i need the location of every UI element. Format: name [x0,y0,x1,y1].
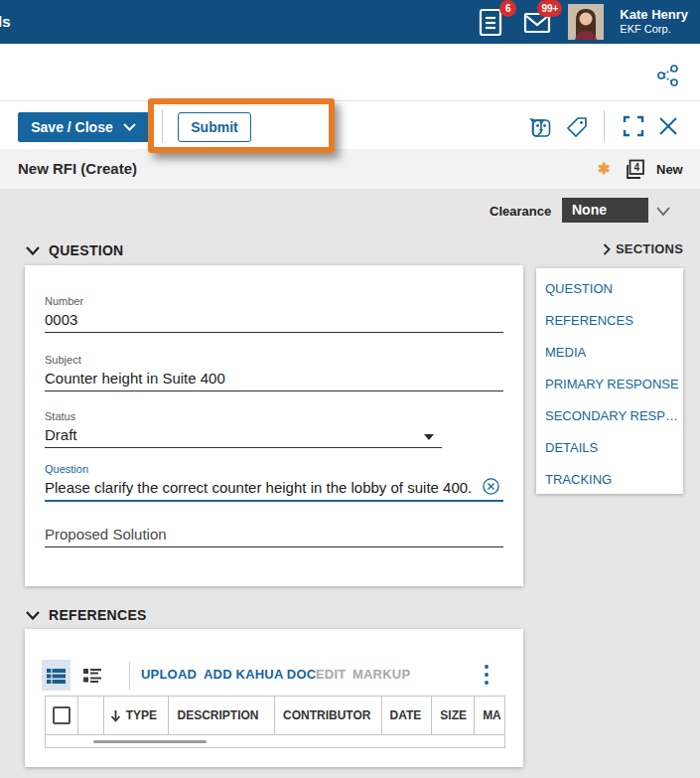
top-header-bar: ls 6 99+ Kate Henry EKF Corp. [0,0,700,44]
save-close-label: Save / Close [31,119,113,135]
proposed-solution-field[interactable]: Proposed Solution [45,526,503,547]
references-toolbar-divider [129,662,130,690]
question-value: Please clarify the correct counter heigh… [45,479,503,500]
close-button[interactable] [657,115,681,139]
clearance-label: Clearance [490,204,551,219]
select-all-checkbox[interactable] [53,706,70,724]
column-label-type: TYPE [126,708,157,722]
user-company: EKF Corp. [620,23,688,37]
collapse-chevron-icon [26,611,40,620]
more-options-button[interactable] [484,663,499,687]
column-header-contributor[interactable]: CONTRIBUTOR [275,697,382,734]
mail-icon [522,24,552,41]
compact-list-icon [83,668,101,684]
question-field[interactable]: Question Please clarify the correct coun… [45,463,503,502]
toolbar-right-divider [604,110,605,142]
sections-item-references[interactable]: REFERENCES [536,305,683,337]
sections-item-primary-response[interactable]: PRIMARY RESPONSE [536,369,683,400]
references-section-header[interactable]: REFERENCES [26,606,147,624]
unsaved-marker: ✱ [598,160,611,178]
question-section-header[interactable]: QUESTION [26,241,124,259]
status-dropdown[interactable]: Status Draft [45,410,442,448]
column-header-type[interactable]: TYPE [104,697,170,734]
tasks-button[interactable]: 6 [477,6,506,38]
spacer-column-header [78,697,104,734]
column-header-date[interactable]: DATE [382,697,433,734]
markup-button: MARKUP [352,667,410,682]
form-content-area: Clearance None QUESTION SECTIONS Number … [0,189,700,778]
tasks-icon [477,24,504,41]
versions-icon[interactable]: 4 [625,159,645,180]
references-card: UPLOAD ADD KAHUA DOC EDIT MARKUP TYPE D [25,629,523,767]
select-all-cell [46,697,78,734]
chevron-down-icon [123,123,136,131]
secondary-header-bar [0,44,700,100]
sections-nav-panel: QUESTION REFERENCES MEDIA PRIMARY RESPON… [536,268,683,494]
clear-field-button[interactable] [483,478,499,495]
upload-button[interactable]: UPLOAD [141,667,197,682]
submit-button[interactable]: Submit [178,112,251,142]
sections-item-tracking[interactable]: TRACKING [536,464,683,496]
subject-field[interactable]: Subject Counter height in Suite 400 [45,354,503,391]
sections-item-secondary-response[interactable]: SECONDARY RESP… [536,400,683,432]
app-window: ls 6 99+ Kate Henry EKF Corp. [0,0,700,778]
version-count: 4 [633,162,639,173]
clearance-chevron-icon[interactable] [655,204,671,216]
header-right-group: 6 99+ Kate Henry EKF Corp. [477,0,688,44]
sections-toggle-label: SECTIONS [616,241,683,256]
user-info: Kate Henry EKF Corp. [620,7,688,37]
sections-item-media[interactable]: MEDIA [536,337,683,369]
edit-button: EDIT [316,667,346,682]
status-label: Status [45,410,442,424]
action-toolbar: Save / Close Submit [0,100,700,149]
app-title-truncated: ls [0,13,11,30]
tasks-badge: 6 [499,0,516,17]
column-header-size[interactable]: SIZE [432,697,475,734]
messages-badge: 99+ [537,0,562,17]
share-icon [656,64,680,87]
toolbar-divider [162,109,163,143]
tag-button[interactable] [565,115,589,139]
detail-list-icon [47,668,66,684]
sections-item-question[interactable]: QUESTION [536,273,683,305]
user-avatar[interactable] [568,4,604,40]
question-card: Number 0003 Subject Counter height in Su… [25,265,523,586]
number-label: Number [45,295,503,309]
save-close-button[interactable]: Save / Close [18,112,149,142]
references-table-header: TYPE DESCRIPTION CONTRIBUTOR DATE SIZE M… [46,697,504,735]
number-value: 0003 [45,311,503,332]
list-view-button[interactable] [42,660,70,691]
status-value: Draft [45,426,442,447]
share-button[interactable] [656,64,680,87]
number-field[interactable]: Number 0003 [45,295,503,333]
column-header-description[interactable]: DESCRIPTION [169,697,275,734]
clearance-select[interactable]: None [562,198,648,223]
close-icon [657,115,679,137]
page-title: New RFI (Create) [18,160,137,177]
references-table: TYPE DESCRIPTION CONTRIBUTOR DATE SIZE M… [45,696,505,748]
status-dropdown-arrow-icon [424,434,434,440]
tag-icon [565,115,589,139]
sections-panel-toggle[interactable]: SECTIONS [603,241,683,256]
question-section-title: QUESTION [49,242,124,258]
user-name: Kate Henry [620,7,688,23]
sections-item-details[interactable]: DETAILS [536,432,683,464]
references-section-title: REFERENCES [49,607,147,623]
compact-view-button[interactable] [77,660,106,691]
sort-descending-icon [110,709,121,722]
subject-value: Counter height in Suite 400 [45,370,503,390]
add-kahua-doc-button[interactable]: ADD KAHUA DOC [204,667,316,682]
fullscreen-button[interactable] [623,115,646,139]
kebab-menu-icon [484,663,490,687]
proposed-solution-placeholder: Proposed Solution [45,526,503,546]
messages-button[interactable]: 99+ [522,6,552,38]
expand-icon [623,115,644,137]
question-label: Question [45,463,503,477]
horizontal-scrollbar[interactable] [93,740,207,743]
column-header-markup-clipped[interactable]: MA [475,697,504,734]
collapse-chevron-icon [26,246,40,255]
clear-circle-x-icon [483,478,499,495]
assistant-owl-button[interactable] [529,115,553,139]
record-status-badge: New [656,162,683,177]
chevron-right-icon [603,243,611,255]
